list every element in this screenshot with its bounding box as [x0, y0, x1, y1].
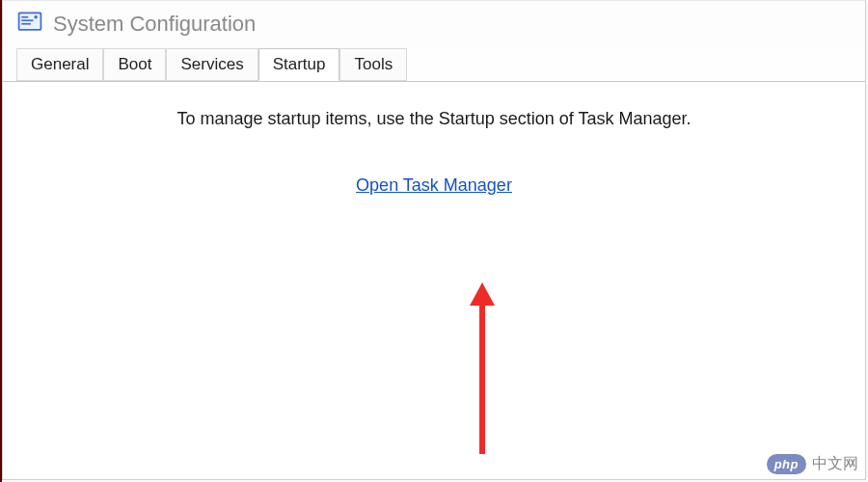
watermark-text: 中文网: [812, 454, 858, 474]
tab-services[interactable]: Services: [166, 48, 258, 81]
svg-point-5: [34, 15, 38, 19]
startup-message: To manage startup items, use the Startup…: [3, 109, 865, 129]
startup-panel: To manage startup items, use the Startup…: [3, 81, 865, 478]
tab-tools[interactable]: Tools: [339, 48, 407, 81]
svg-rect-4: [21, 23, 31, 25]
tab-startup[interactable]: Startup: [258, 48, 340, 81]
tab-general[interactable]: General: [16, 48, 103, 81]
svg-marker-7: [470, 282, 495, 306]
msconfig-icon: [16, 9, 43, 40]
titlebar: System Configuration: [3, 1, 865, 47]
watermark: php 中文网: [767, 454, 858, 474]
watermark-badge: php: [767, 454, 806, 474]
annotation-arrow-icon: [468, 282, 497, 456]
open-task-manager-link[interactable]: Open Task Manager: [356, 175, 512, 196]
window-title: System Configuration: [53, 12, 256, 37]
tab-strip: General Boot Services Startup Tools: [3, 47, 865, 82]
svg-rect-2: [21, 16, 28, 18]
tab-boot[interactable]: Boot: [103, 48, 166, 81]
svg-rect-3: [21, 19, 33, 21]
msconfig-window: System Configuration General Boot Servic…: [2, 0, 866, 480]
